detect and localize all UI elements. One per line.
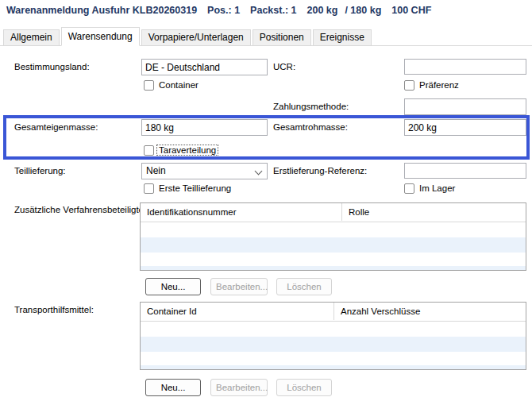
teillieferung-dropdown-value: Nein bbox=[146, 165, 166, 176]
erstlieferung-referenz-input[interactable] bbox=[404, 163, 526, 179]
tab-bar: Allgemein Warensendung Vorpapiere/Unterl… bbox=[0, 27, 532, 46]
container-checkbox-label: Container bbox=[159, 80, 199, 90]
bestimmungsland-label: Bestimmungsland: bbox=[14, 62, 90, 71]
transporthilfsmittel-bearbeiten-button[interactable]: Bearbeiten... bbox=[210, 379, 268, 396]
teillieferung-dropdown[interactable]: Nein bbox=[141, 163, 268, 179]
transporthilfsmittel-loeschen-button[interactable]: Löschen bbox=[276, 379, 332, 396]
gesamtrohmasse-input[interactable] bbox=[404, 119, 526, 136]
chevron-down-icon bbox=[255, 168, 263, 175]
column-anzahl-verschluesse[interactable]: Anzahl Verschlüsse bbox=[334, 303, 526, 321]
column-rolle[interactable]: Rolle bbox=[342, 203, 526, 222]
warenanmeldung-window: Warenanmeldung Ausfuhr KLB20260319Pos.: … bbox=[0, 0, 532, 401]
bestimmungsland-input[interactable] bbox=[141, 59, 268, 75]
title-packst: Packst.: 1 bbox=[250, 5, 296, 16]
verfahrensbeteiligte-table-header: Identifikationsnummer Rolle bbox=[141, 203, 526, 222]
taraverteilung-checkbox-label: Taraverteilung bbox=[156, 145, 218, 156]
container-checkbox[interactable] bbox=[144, 80, 154, 91]
praeferenz-checkbox-label: Präferenz bbox=[419, 80, 459, 90]
verfahrensbeteiligte-label: Zusätzliche Verfahrensbeteiligte: bbox=[14, 205, 146, 214]
table-row[interactable] bbox=[141, 266, 526, 270]
column-container-id[interactable]: Container Id bbox=[141, 303, 334, 321]
table-row[interactable] bbox=[141, 352, 526, 365]
verfahrensbeteiligte-table-body bbox=[141, 222, 526, 270]
table-row[interactable] bbox=[141, 253, 526, 266]
transporthilfsmittel-table-header: Container Id Anzahl Verschlüsse bbox=[141, 303, 526, 322]
title-gross-weight: 200 kg bbox=[306, 5, 337, 16]
transporthilfsmittel-label: Transporthilfsmittel: bbox=[14, 305, 94, 314]
erstlieferung-referenz-label: Erstlieferung-Referenz: bbox=[273, 166, 367, 175]
erste-teillieferung-checkbox-label: Erste Teillieferung bbox=[159, 183, 231, 193]
verfahrensbeteiligte-loeschen-button[interactable]: Löschen bbox=[276, 278, 332, 295]
table-row[interactable] bbox=[141, 322, 526, 337]
table-row[interactable] bbox=[141, 337, 526, 352]
im-lager-checkbox-label: Im Lager bbox=[419, 183, 455, 193]
gesamteigenmasse-label: Gesamteigenmasse: bbox=[14, 122, 98, 132]
verfahrensbeteiligte-table[interactable]: Identifikationsnummer Rolle bbox=[140, 202, 526, 271]
tab-allgemein[interactable]: Allgemein bbox=[3, 29, 60, 45]
title-pos: Pos.: 1 bbox=[207, 5, 240, 16]
table-row[interactable] bbox=[141, 365, 526, 369]
tab-warensendung[interactable]: Warensendung bbox=[61, 27, 140, 46]
ucr-input[interactable] bbox=[404, 59, 526, 75]
transporthilfsmittel-table-body bbox=[141, 322, 526, 369]
title-net-weight: / 180 kg bbox=[345, 5, 381, 16]
im-lager-checkbox[interactable] bbox=[404, 183, 414, 194]
table-row[interactable] bbox=[141, 222, 526, 237]
tab-vorpapiere-unterlagen[interactable]: Vorpapiere/Unterlagen bbox=[141, 29, 251, 45]
gesamtrohmasse-label: Gesamtrohmasse: bbox=[273, 122, 348, 132]
transporthilfsmittel-neu-button[interactable]: Neu... bbox=[145, 379, 201, 396]
column-divider bbox=[333, 303, 334, 320]
tab-ereignisse[interactable]: Ereignisse bbox=[313, 29, 372, 45]
table-row[interactable] bbox=[141, 237, 526, 253]
transporthilfsmittel-table[interactable]: Container Id Anzahl Verschlüsse bbox=[140, 302, 526, 370]
verfahrensbeteiligte-neu-button[interactable]: Neu... bbox=[145, 278, 201, 295]
title-amount: 100 CHF bbox=[391, 5, 431, 16]
title-text: Warenanmeldung Ausfuhr KLB20260319 bbox=[6, 5, 197, 16]
gesamteigenmasse-input[interactable] bbox=[141, 119, 268, 136]
erste-teillieferung-checkbox[interactable] bbox=[144, 183, 154, 194]
tab-positionen[interactable]: Positionen bbox=[253, 29, 311, 45]
ucr-label: UCR: bbox=[273, 62, 295, 71]
page-title: Warenanmeldung Ausfuhr KLB20260319Pos.: … bbox=[6, 5, 441, 16]
teillieferung-label: Teillieferung: bbox=[14, 166, 66, 175]
column-divider bbox=[341, 203, 342, 221]
praeferenz-checkbox[interactable] bbox=[404, 80, 414, 91]
taraverteilung-checkbox[interactable] bbox=[144, 145, 154, 156]
verfahrensbeteiligte-bearbeiten-button[interactable]: Bearbeiten... bbox=[210, 278, 268, 295]
zahlungsmethode-label: Zahlungsmethode: bbox=[273, 102, 349, 111]
zahlungsmethode-input[interactable] bbox=[404, 98, 526, 115]
column-identifikationsnummer[interactable]: Identifikationsnummer bbox=[141, 203, 342, 222]
